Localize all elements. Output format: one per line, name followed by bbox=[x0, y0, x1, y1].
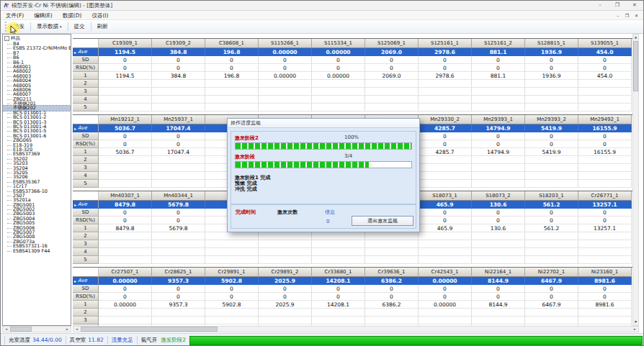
table-cell[interactable]: 1936.9 bbox=[525, 72, 578, 80]
table-cell[interactable]: 196.8 bbox=[205, 48, 259, 56]
table-cell[interactable]: 0 bbox=[99, 285, 152, 293]
column-header[interactable]: Cr29891_2 bbox=[259, 268, 312, 277]
table-cell[interactable]: 0 bbox=[99, 64, 152, 72]
table-cell[interactable] bbox=[419, 240, 472, 248]
column-header[interactable]: C19309_1 bbox=[99, 39, 152, 48]
table-cell[interactable]: 5902.8 bbox=[205, 277, 259, 285]
row-header[interactable]: 5 bbox=[73, 256, 99, 264]
table-cell[interactable]: 0 bbox=[152, 132, 205, 140]
row-header[interactable]: 1 bbox=[73, 301, 99, 309]
table-cell[interactable] bbox=[152, 232, 205, 240]
table-cell[interactable] bbox=[365, 232, 419, 240]
table-cell[interactable] bbox=[472, 256, 525, 264]
table-cell[interactable] bbox=[525, 80, 578, 88]
table-cell[interactable] bbox=[419, 180, 472, 188]
table-cell[interactable] bbox=[578, 172, 632, 180]
table-cell[interactable] bbox=[152, 172, 205, 180]
table-cell[interactable]: 5419.9 bbox=[525, 124, 578, 132]
table-cell[interactable] bbox=[259, 104, 312, 111]
table-cell[interactable]: 0 bbox=[578, 209, 632, 217]
table-cell[interactable] bbox=[365, 248, 419, 256]
tree-horizontal-scrollbar[interactable]: ◄ ► bbox=[2, 326, 71, 332]
table-cell[interactable] bbox=[99, 256, 152, 264]
row-header[interactable]: ▸Ave bbox=[73, 277, 99, 285]
table-cell[interactable] bbox=[472, 88, 525, 96]
table-cell[interactable] bbox=[365, 256, 419, 264]
table-cell[interactable] bbox=[259, 248, 312, 256]
column-header[interactable]: C19309_2 bbox=[152, 39, 205, 48]
table-cell[interactable] bbox=[578, 256, 632, 264]
table-cell[interactable] bbox=[205, 88, 259, 96]
table-cell[interactable]: 0 bbox=[578, 64, 632, 72]
table-cell[interactable]: 0.00000 bbox=[419, 277, 472, 285]
toolbar-button-submit[interactable]: 提交 bbox=[70, 22, 89, 32]
table-cell[interactable] bbox=[259, 309, 312, 317]
table-cell[interactable]: 0 bbox=[472, 285, 525, 293]
row-header[interactable]: ▸Ave bbox=[73, 201, 99, 209]
scroll-right-icon[interactable]: ► bbox=[632, 327, 638, 332]
table-cell[interactable]: 0 bbox=[525, 132, 578, 140]
table-cell[interactable]: 0 bbox=[312, 293, 365, 301]
table-cell[interactable]: 0 bbox=[365, 64, 419, 72]
table-cell[interactable]: 6386.2 bbox=[365, 277, 419, 285]
table-cell[interactable] bbox=[152, 309, 205, 317]
table-cell[interactable] bbox=[205, 232, 259, 240]
table-cell[interactable] bbox=[152, 248, 205, 256]
menu-item[interactable]: 文件(F) bbox=[1, 11, 29, 20]
table-cell[interactable] bbox=[419, 96, 472, 104]
table-cell[interactable] bbox=[312, 309, 365, 317]
column-header[interactable]: S18073_2 bbox=[472, 191, 525, 201]
table-cell[interactable] bbox=[578, 232, 632, 240]
column-header[interactable]: Ni22702_1 bbox=[525, 268, 578, 277]
table-cell[interactable] bbox=[259, 96, 312, 104]
row-header[interactable]: 4 bbox=[73, 248, 99, 256]
table-cell[interactable] bbox=[99, 180, 152, 188]
table-cell[interactable] bbox=[578, 180, 632, 188]
table-cell[interactable]: 0 bbox=[419, 56, 472, 64]
table-cell[interactable] bbox=[472, 248, 525, 256]
table-cell[interactable] bbox=[152, 240, 205, 248]
table-cell[interactable] bbox=[525, 88, 578, 96]
table-cell[interactable] bbox=[312, 248, 365, 256]
table-cell[interactable] bbox=[525, 180, 578, 188]
table-cell[interactable]: 196.8 bbox=[205, 72, 259, 80]
table-cell[interactable]: 0 bbox=[205, 56, 259, 64]
table-cell[interactable]: 0 bbox=[472, 209, 525, 217]
row-header[interactable]: RSD(%) bbox=[73, 217, 99, 224]
table-cell[interactable]: 0 bbox=[312, 64, 365, 72]
column-header[interactable]: S18203_1 bbox=[525, 191, 578, 201]
tree-item[interactable]: ESBS41309 F44 bbox=[3, 249, 71, 253]
table-cell[interactable]: 561.2 bbox=[525, 201, 578, 209]
table-cell[interactable] bbox=[472, 240, 525, 248]
table-cell[interactable]: 0.00000 bbox=[419, 301, 472, 309]
table-cell[interactable] bbox=[578, 317, 632, 324]
table-cell[interactable] bbox=[205, 317, 259, 324]
table-cell[interactable] bbox=[99, 164, 152, 172]
table-cell[interactable] bbox=[525, 96, 578, 104]
column-header[interactable]: Cr29891_1 bbox=[205, 268, 259, 277]
column-header[interactable]: S18073_1 bbox=[419, 191, 472, 201]
table-cell[interactable]: 9357.3 bbox=[152, 301, 205, 309]
column-header[interactable]: Ni23160_1 bbox=[578, 268, 632, 277]
table-cell[interactable] bbox=[525, 256, 578, 264]
table-cell[interactable] bbox=[99, 309, 152, 317]
column-header[interactable]: Mn40344_1 bbox=[152, 191, 205, 201]
table-cell[interactable]: 5419.9 bbox=[525, 148, 578, 156]
table-cell[interactable] bbox=[152, 256, 205, 264]
table-cell[interactable] bbox=[312, 88, 365, 96]
table-cell[interactable]: 0 bbox=[578, 56, 632, 64]
table-cell[interactable] bbox=[419, 309, 472, 317]
table-cell[interactable]: 8144.9 bbox=[472, 277, 525, 285]
column-header[interactable]: S125161_1 bbox=[419, 39, 472, 48]
table-cell[interactable]: 6467.9 bbox=[525, 277, 578, 285]
table-cell[interactable] bbox=[259, 240, 312, 248]
window-minimize-button[interactable]: – bbox=[591, 1, 609, 10]
table-cell[interactable] bbox=[525, 240, 578, 248]
table-cell[interactable] bbox=[205, 96, 259, 104]
table-cell[interactable] bbox=[152, 96, 205, 104]
row-header[interactable]: SD bbox=[73, 56, 99, 64]
column-header[interactable]: S128815_1 bbox=[525, 39, 578, 48]
table-cell[interactable]: 454.0 bbox=[578, 48, 632, 56]
table-cell[interactable]: 0 bbox=[152, 209, 205, 217]
column-header[interactable]: S115266_1 bbox=[259, 39, 312, 48]
